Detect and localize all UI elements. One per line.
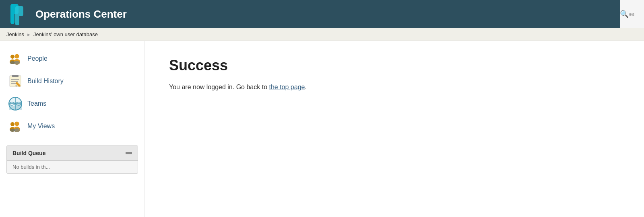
breadcrumb-current: Jenkins' own user database: [33, 31, 98, 37]
sidebar-item-my-views-label: My Views: [27, 123, 55, 130]
svg-point-22: [10, 129, 15, 132]
success-message-after: .: [305, 84, 306, 90]
success-message: You are now logged in. Go back to the to…: [169, 82, 620, 92]
main-content: Success You are now logged in. Go back t…: [145, 41, 644, 217]
sidebar-item-teams[interactable]: Teams: [0, 92, 144, 115]
sidebar: People Build History: [0, 41, 145, 217]
build-queue-panel: Build Queue No builds in th...: [6, 145, 138, 174]
success-message-before: You are now logged in. Go back to: [169, 84, 269, 90]
svg-point-3: [15, 54, 19, 59]
build-queue-minimize-button[interactable]: [126, 152, 132, 154]
svg-point-1: [10, 55, 14, 59]
svg-point-17: [10, 122, 14, 126]
logo-area: Operations Center: [6, 2, 127, 26]
top-page-link[interactable]: the top page: [269, 84, 305, 90]
my-views-icon: [8, 119, 23, 133]
svg-point-5: [14, 61, 20, 65]
build-history-icon: [8, 74, 23, 88]
svg-point-6: [10, 61, 15, 64]
svg-rect-8: [12, 75, 19, 77]
sidebar-item-build-history[interactable]: Build History: [0, 70, 144, 92]
sidebar-item-people-label: People: [27, 55, 47, 62]
svg-point-19: [15, 122, 19, 126]
build-queue-content: No builds in th...: [12, 164, 50, 170]
svg-point-21: [14, 128, 20, 132]
sidebar-item-teams-label: Teams: [27, 100, 46, 107]
success-heading: Success: [169, 57, 620, 74]
breadcrumb-separator: ►: [27, 32, 31, 37]
breadcrumb: Jenkins ► Jenkins' own user database: [0, 28, 644, 41]
build-queue-body: No builds in th...: [7, 161, 138, 173]
search-box[interactable]: 🔍: [620, 0, 644, 28]
sidebar-item-my-views[interactable]: My Views: [0, 115, 144, 137]
sidebar-item-build-history-label: Build History: [27, 78, 64, 85]
build-queue-header: Build Queue: [7, 146, 138, 161]
search-icon: 🔍: [620, 10, 629, 18]
people-icon: [8, 51, 23, 66]
app-logo: [6, 2, 31, 26]
sidebar-item-people[interactable]: People: [0, 47, 144, 70]
app-header: Operations Center 🔍: [0, 0, 644, 28]
build-queue-title: Build Queue: [12, 150, 45, 156]
header-title: Operations Center: [35, 8, 127, 20]
page-layout: People Build History: [0, 41, 644, 217]
search-input[interactable]: [629, 11, 644, 17]
teams-icon: [8, 96, 23, 111]
breadcrumb-home[interactable]: Jenkins: [6, 31, 24, 37]
